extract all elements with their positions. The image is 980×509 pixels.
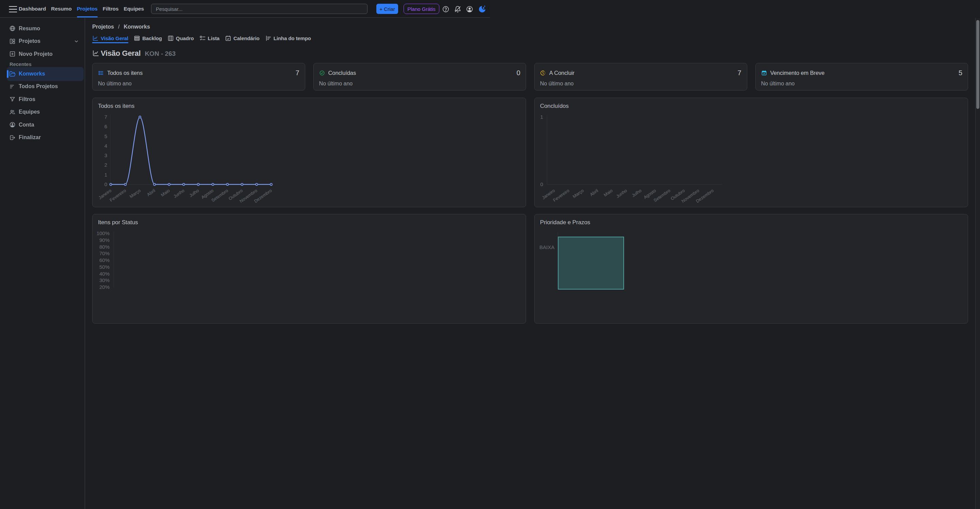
tab-label: Linha do tempo [274, 35, 311, 41]
sidebar-item-konworks[interactable]: Konworks [7, 67, 84, 81]
sidebar-item-label: Todos Projetos [19, 83, 58, 89]
sidebar-item-label: Finalizar [19, 134, 41, 140]
nav-link-dashboard[interactable]: Dashboard [19, 0, 46, 18]
tab-label: Lista [208, 35, 220, 41]
sidebar-item-label: Conta [19, 122, 34, 128]
chart-canvas-todos-os-itens: 01234567JaneiroFevereiroMarçoAbrilMaioJu… [98, 113, 276, 202]
tab-calendário[interactable]: Calendário [225, 35, 259, 43]
calendar-check-icon [225, 35, 231, 41]
breadcrumb-konworks[interactable]: Konworks [124, 24, 150, 30]
main-nav: DashboardResumoProjetosFiltrosEquipes [19, 0, 144, 18]
tab-lista[interactable]: Lista [199, 35, 220, 43]
user-circle-icon [9, 121, 16, 128]
svg-text:3: 3 [105, 153, 107, 158]
sidebar-item-todos-projetos[interactable]: Todos Projetos [7, 80, 84, 93]
svg-text:Abril: Abril [146, 188, 156, 197]
sidebar-item-resumo[interactable]: Resumo [7, 22, 84, 35]
circle-check-icon [319, 70, 325, 76]
nav-link-projetos[interactable]: Projetos [77, 0, 98, 18]
sidebar-item-filtros[interactable]: Filtros [7, 93, 84, 106]
help-icon[interactable] [442, 5, 450, 13]
sidebar-item-finalizar[interactable]: Finalizar [7, 131, 84, 144]
nav-link-equipes[interactable]: Equipes [124, 0, 144, 18]
stat-label: Concluídas [328, 70, 356, 76]
tab-label: Quadro [176, 35, 194, 41]
sidebar-item-label: Novo Projeto [19, 51, 53, 57]
folder-open-icon [9, 71, 16, 77]
svg-text:Julho: Julho [188, 188, 200, 198]
list-todo-icon [199, 35, 206, 41]
stat-caption: No último ano [98, 81, 299, 87]
chart-card-itens-por-status: Itens por Status100%90%80%70%60%50%40%30… [92, 214, 490, 255]
svg-text:0: 0 [105, 181, 107, 187]
avatar-icon[interactable] [466, 5, 473, 13]
chart-line-icon [92, 35, 99, 41]
funnel-icon [9, 96, 16, 102]
search-input[interactable] [151, 4, 368, 14]
svg-text:5: 5 [105, 134, 107, 139]
stat-card-concluídas: Concluídas0No último ano [313, 63, 490, 91]
rows-icon [134, 35, 140, 41]
svg-text:80%: 80% [99, 243, 110, 250]
sidebar-item-label: Projetos [19, 38, 40, 44]
svg-text:1: 1 [105, 172, 107, 178]
svg-text:6: 6 [105, 124, 107, 129]
svg-text:Março: Março [129, 188, 142, 199]
plus-square-icon [9, 51, 16, 57]
moon-icon[interactable] [478, 5, 487, 14]
svg-text:100%: 100% [97, 230, 110, 236]
view-tabs: Visão GeralBacklogQuadroListaCalendárioL… [92, 35, 490, 43]
sidebar-item-equipes[interactable]: Equipes [7, 106, 84, 119]
chevron-down-icon [73, 38, 79, 44]
svg-text:7: 7 [105, 114, 107, 120]
tab-backlog[interactable]: Backlog [134, 35, 162, 43]
tab-label: Backlog [142, 35, 162, 41]
stat-caption: No último ano [319, 81, 490, 87]
tab-linha-do-tempo[interactable]: Linha do tempo [265, 35, 311, 43]
page-head: Visão Geral KON - 263 [92, 49, 490, 58]
lines-icon [9, 83, 16, 90]
menu-icon[interactable] [8, 5, 18, 13]
page-title: Visão Geral [101, 49, 140, 58]
chart-title: Itens por Status [98, 219, 490, 226]
layout-icon [9, 38, 16, 45]
breadcrumb-separator: / [118, 24, 119, 30]
svg-text:2: 2 [105, 162, 107, 168]
svg-text:4: 4 [105, 143, 107, 149]
svg-text:70%: 70% [99, 250, 110, 254]
sidebar: ResumoProjetosNovo ProjetoRecentesKonwor… [0, 18, 85, 254]
tab-quadro[interactable]: Quadro [167, 35, 194, 43]
svg-text:Fevereiro: Fevereiro [108, 188, 127, 203]
stat-card-todos-os-itens: Todos os itens7No último ano [92, 63, 305, 91]
chart-title: Todos os itens [98, 103, 490, 110]
sidebar-item-label: Equipes [19, 109, 40, 115]
stat-value: 7 [295, 69, 299, 77]
sidebar-item-label: Konworks [19, 71, 45, 77]
sidebar-item-projetos[interactable]: Projetos [7, 35, 84, 48]
tab-visão-geral[interactable]: Visão Geral [92, 35, 128, 43]
sidebar-item-conta[interactable]: Conta [7, 118, 84, 131]
plan-badge-button[interactable]: Plano Grátis [404, 4, 439, 14]
list-icon [98, 70, 104, 76]
breadcrumb: Projetos / Konworks [92, 24, 490, 30]
svg-text:Maio: Maio [160, 188, 171, 197]
globe-icon [9, 25, 16, 32]
sidebar-section-label: Recentes [10, 62, 85, 67]
stat-label: Todos os itens [107, 70, 143, 76]
timeline-icon [265, 35, 272, 41]
bell-off-icon[interactable] [454, 5, 461, 13]
create-button[interactable]: + Criar [376, 4, 398, 14]
breadcrumb-projetos[interactable]: Projetos [92, 24, 114, 30]
users-icon [9, 109, 16, 115]
chart-card-todos-os-itens: Todos os itens01234567JaneiroFevereiroMa… [92, 98, 490, 207]
logout-icon [9, 134, 16, 141]
svg-text:90%: 90% [99, 237, 110, 243]
sidebar-item-novo-projeto[interactable]: Novo Projeto [7, 48, 84, 60]
stat-cards: Todos os itens7No último anoConcluídas0N… [92, 63, 490, 91]
chart-cards: Todos os itens01234567JaneiroFevereiroMa… [92, 98, 490, 255]
sidebar-item-label: Filtros [19, 96, 35, 102]
nav-link-resumo[interactable]: Resumo [51, 0, 72, 18]
columns-icon [167, 35, 174, 41]
nav-link-filtros[interactable]: Filtros [103, 0, 119, 18]
page-code: KON - 263 [145, 50, 176, 57]
